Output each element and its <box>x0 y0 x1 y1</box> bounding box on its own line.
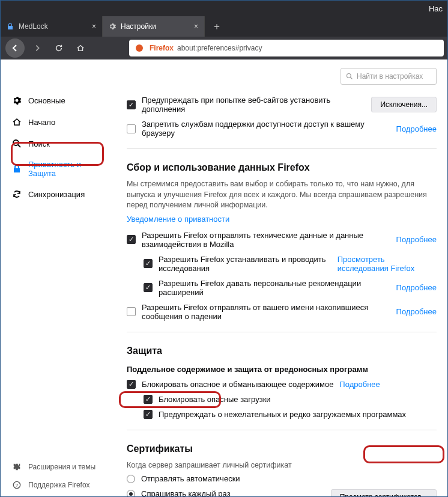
label: Предупреждать при попытке веб-сайтов уст… <box>142 96 371 114</box>
heading-certificates: Сертификаты <box>127 444 437 454</box>
checkbox-block-dangerous[interactable]: ✓ <box>127 380 136 389</box>
sidebar-item-addons[interactable]: Расширения и темы <box>1 458 121 476</box>
checkbox-block-a11y[interactable] <box>127 124 136 133</box>
reload-button[interactable] <box>50 39 68 57</box>
puzzle-icon <box>11 462 22 472</box>
sidebar-item-label: Синхронизация <box>28 190 85 199</box>
learn-more-link[interactable]: Подробнее <box>396 307 437 316</box>
sidebar-item-label: Поддержка Firefox <box>28 481 90 489</box>
sidebar-item-label: Расширения и темы <box>28 463 95 471</box>
learn-more-link[interactable]: Подробнее <box>339 380 380 389</box>
tab-label: Настройки <box>121 22 156 31</box>
home-button[interactable] <box>71 39 89 57</box>
label: Разрешить Firefox отправлять технические… <box>142 231 390 249</box>
window-titlebar: Нас <box>1 1 448 16</box>
question-icon: ? <box>11 480 22 490</box>
label: Разрешить Firefox отправлять от вашего и… <box>142 303 396 321</box>
window-title: Нас <box>429 4 443 13</box>
back-button[interactable] <box>5 38 25 58</box>
view-studies-link[interactable]: Просмотреть исследования Firefox <box>338 255 437 273</box>
learn-more-link[interactable]: Подробнее <box>396 283 437 292</box>
urlbar-text: about:preferences#privacy <box>177 44 262 52</box>
data-desc: Мы стремимся предоставить вам выбор и со… <box>127 179 437 211</box>
label: Блокировать опасное и обманывающее содер… <box>142 380 333 389</box>
lock-icon <box>7 23 14 30</box>
sidebar-item-label: Начало <box>28 118 55 127</box>
nav-toolbar: Firefox about:preferences#privacy <box>1 37 448 59</box>
svg-line-6 <box>351 78 353 79</box>
new-tab-button[interactable]: ＋ <box>205 16 229 37</box>
gear-icon <box>109 23 116 30</box>
view-certificates-button[interactable]: Просмотр сертификатов... <box>331 489 437 497</box>
close-icon[interactable]: × <box>92 22 96 31</box>
checkbox-warn-unwanted[interactable]: ✓ <box>144 410 153 419</box>
svg-point-1 <box>13 140 19 145</box>
exceptions-button[interactable]: Исключения... <box>371 97 437 112</box>
sidebar: Основные Начало Поиск Приватность и Защи… <box>1 59 115 497</box>
sync-icon <box>11 189 22 200</box>
search-input[interactable]: Найти в настройках <box>341 68 437 85</box>
checkbox-block-downloads[interactable]: ✓ <box>144 395 153 404</box>
sidebar-item-label: Приватность и Защита <box>28 160 88 178</box>
tab-label: MedLock <box>19 22 48 31</box>
sidebar-item-label: Основные <box>28 96 65 105</box>
label: Запретить службам поддержки доступности … <box>142 120 390 138</box>
tab-strip: MedLock × Настройки × ＋ <box>1 16 448 37</box>
radio-ask[interactable] <box>127 490 135 498</box>
heading-security: Защита <box>127 346 437 356</box>
label: Разрешить Firefox устанавливать и провод… <box>159 255 331 273</box>
sidebar-item-privacy[interactable]: Приватность и Защита <box>1 154 115 183</box>
privacy-notice-link[interactable]: Уведомление о приватности <box>127 215 229 224</box>
svg-point-0 <box>136 44 143 52</box>
checkbox-addon-warn[interactable]: ✓ <box>127 100 136 109</box>
search-icon <box>346 73 353 80</box>
search-placeholder: Найти в настройках <box>357 72 423 81</box>
url-bar[interactable]: Firefox about:preferences#privacy <box>129 40 444 56</box>
main-panel: Найти в настройках ✓ Предупреждать при п… <box>115 59 448 497</box>
label: Разрешить Firefox давать персональные ре… <box>159 279 390 297</box>
checkbox-crash-reports[interactable] <box>127 307 136 316</box>
home-icon <box>11 117 22 127</box>
sidebar-item-home[interactable]: Начало <box>1 111 115 133</box>
certs-desc: Когда сервер запрашивает личный сертифик… <box>127 460 437 471</box>
divider <box>127 430 437 430</box>
sidebar-item-sync[interactable]: Синхронизация <box>1 183 115 205</box>
subheading-deceptive: Поддельное содержимое и защита от вредон… <box>127 365 437 374</box>
content-area: Основные Начало Поиск Приватность и Защи… <box>1 59 448 497</box>
learn-more-link[interactable]: Подробнее <box>396 124 437 133</box>
forward-button[interactable] <box>28 39 46 57</box>
sidebar-item-support[interactable]: ? Поддержка Firefox <box>1 476 121 494</box>
label: Отправлять автоматически <box>141 474 240 483</box>
close-icon[interactable]: × <box>194 22 198 31</box>
urlbar-brand: Firefox <box>150 44 174 52</box>
svg-point-5 <box>347 74 351 78</box>
tab-medlock[interactable]: MedLock × <box>1 16 103 37</box>
gear-icon <box>11 95 22 106</box>
checkbox-studies[interactable]: ✓ <box>144 259 153 268</box>
sidebar-item-label: Поиск <box>28 139 50 148</box>
lock-icon <box>11 163 22 174</box>
sidebar-item-search[interactable]: Поиск <box>1 133 115 154</box>
firefox-icon <box>135 44 144 52</box>
label: Спрашивать каждый раз <box>141 489 231 497</box>
label: Блокировать опасные загрузки <box>159 395 271 404</box>
checkbox-recommendations[interactable]: ✓ <box>144 283 153 292</box>
tab-settings[interactable]: Настройки × <box>103 16 205 37</box>
radio-auto[interactable] <box>127 475 135 483</box>
svg-text:?: ? <box>16 483 19 488</box>
svg-line-2 <box>18 145 20 147</box>
learn-more-link[interactable]: Подробнее <box>396 235 437 244</box>
divider <box>127 148 437 149</box>
search-icon <box>11 138 22 149</box>
sidebar-item-general[interactable]: Основные <box>1 90 115 111</box>
sidebar-footer: Расширения и темы ? Поддержка Firefox <box>1 458 121 494</box>
divider <box>127 332 437 332</box>
checkbox-telemetry[interactable]: ✓ <box>127 235 136 244</box>
label: Предупреждать о нежелательных и редко за… <box>159 410 406 419</box>
heading-data-collection: Сбор и использование данных Firefox <box>127 162 437 173</box>
